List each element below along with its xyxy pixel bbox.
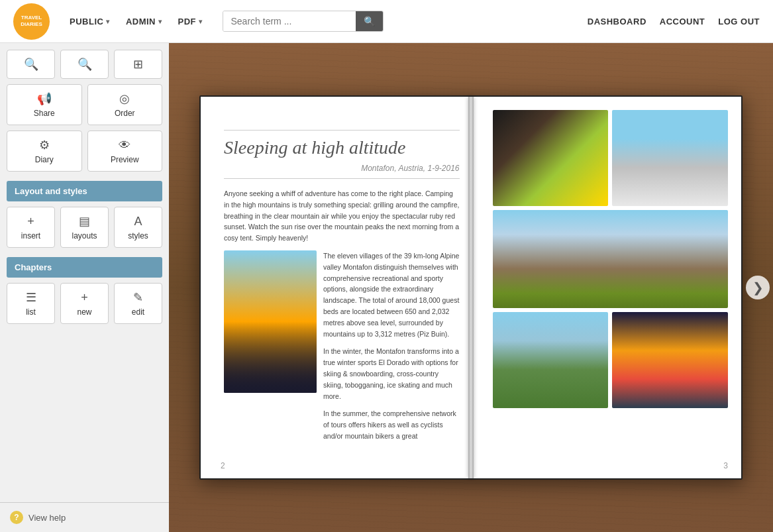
dusk-image [612, 312, 728, 408]
photo-cell-mountain-group [493, 210, 729, 308]
list-button[interactable]: ☰ list [7, 283, 55, 324]
new-icon: + [81, 291, 88, 305]
preview-icon: 👁 [119, 138, 130, 152]
page-right: 3 [476, 97, 742, 478]
diary-button[interactable]: ⚙ Diary [7, 131, 82, 172]
chapters-tools-row: ☰ list + new ✎ edit [7, 283, 162, 324]
mountain-group-image [493, 210, 729, 308]
layout-styles-section: Layout and styles [7, 181, 162, 201]
insert-button[interactable]: + insert [7, 207, 55, 248]
styles-button[interactable]: A styles [114, 207, 162, 248]
nav-right: DASHBOARD ACCOUNT LOG OUT [588, 17, 760, 27]
zoom-controls-row: 🔍 🔍 ⊞ [7, 50, 162, 79]
next-page-button[interactable]: ❯ [746, 276, 770, 299]
sidebar: 🔍 🔍 ⊞ 📢 Share ◎ Order ⚙ Diary [0, 43, 169, 532]
nav-links: PUBLIC ▾ ADMIN ▾ PDF ▾ [63, 13, 209, 30]
valley-tent-image [493, 312, 609, 408]
photo-row-top [493, 110, 729, 206]
help-icon: ? [10, 511, 23, 524]
search-button[interactable]: 🔍 [356, 11, 383, 31]
insert-icon: + [27, 215, 34, 229]
admin-dropdown-arrow: ▾ [158, 18, 162, 25]
page-image-left [224, 250, 317, 393]
edit-button[interactable]: ✎ edit [114, 283, 162, 324]
help-label: View help [28, 513, 66, 523]
page-left: Sleeping at high altitude Montafon, Aust… [201, 97, 476, 478]
zoom-in-button[interactable]: 🔍 [7, 50, 55, 79]
pdf-dropdown-arrow: ▾ [199, 18, 203, 25]
logo[interactable]: TRAVEL DIARIES [13, 3, 50, 40]
hiker-snow-image [612, 110, 728, 206]
silhouette-image [224, 250, 317, 393]
share-icon: 📢 [37, 91, 52, 106]
edit-icon: ✎ [133, 290, 143, 305]
logo-text: TRAVEL [21, 15, 42, 21]
grid-icon: ⊞ [133, 57, 143, 72]
search-icon: 🔍 [364, 16, 375, 27]
page-number-left: 2 [221, 461, 225, 470]
share-button[interactable]: 📢 Share [7, 84, 82, 125]
book-spine [468, 97, 474, 478]
paragraph-2: The eleven villages of the 39 km-long Al… [323, 250, 460, 339]
nav-logout[interactable]: LOG OUT [718, 17, 760, 27]
zoom-in-icon: 🔍 [24, 57, 38, 72]
page-number-right: 3 [723, 461, 728, 470]
photo-cell-hiker-snow [612, 110, 728, 206]
nav-account[interactable]: ACCOUNT [660, 17, 705, 27]
layouts-button[interactable]: ▤ layouts [60, 207, 109, 248]
photo-cell-dusk [612, 312, 728, 408]
chapters-section: Chapters [7, 257, 162, 278]
layout-tools-row: + insert ▤ layouts A styles [7, 207, 162, 248]
styles-icon: A [134, 215, 142, 229]
grid-view-button[interactable]: ⊞ [114, 50, 162, 79]
logo-subtext: DIARIES [21, 21, 42, 28]
new-chapter-button[interactable]: + new [60, 283, 109, 324]
top-navigation: TRAVEL DIARIES PUBLIC ▾ ADMIN ▾ PDF ▾ 🔍 … [0, 0, 773, 43]
content-area: Sleeping at high altitude Montafon, Aust… [169, 43, 773, 532]
preview-button[interactable]: 👁 Preview [87, 131, 163, 172]
book: Sleeping at high altitude Montafon, Aust… [199, 95, 743, 480]
search-input[interactable] [223, 11, 356, 31]
zoom-out-icon: 🔍 [77, 57, 92, 72]
layouts-icon: ▤ [79, 214, 90, 229]
photo-cell-tent-sunbeam [493, 110, 609, 206]
diary-preview-row: ⚙ Diary 👁 Preview [7, 131, 162, 172]
nav-pdf[interactable]: PDF ▾ [172, 13, 209, 30]
page-title: Sleeping at high altitude [224, 130, 460, 158]
page-subtitle: Montafon, Austria, 1-9-2016 [224, 164, 460, 179]
share-order-row: 📢 Share ◎ Order [7, 84, 162, 125]
search-container: 🔍 [223, 11, 384, 32]
content-split: The eleven villages of the 39 km-long Al… [224, 250, 460, 449]
order-button[interactable]: ◎ Order [87, 84, 163, 125]
public-dropdown-arrow: ▾ [106, 18, 110, 25]
order-icon: ◎ [119, 91, 130, 106]
photo-row-mid [493, 210, 729, 308]
main-layout: 🔍 🔍 ⊞ 📢 Share ◎ Order ⚙ Diary [0, 43, 773, 532]
nav-public[interactable]: PUBLIC ▾ [63, 13, 117, 30]
photo-cell-valley-tent [493, 312, 609, 408]
paragraph-3: In the winter, the Montafon transforms i… [323, 346, 460, 401]
page-right-text: The eleven villages of the 39 km-long Al… [323, 250, 460, 449]
list-icon: ☰ [26, 290, 36, 305]
help-bar[interactable]: ? View help [0, 502, 169, 532]
paragraph-1: Anyone seeking a whiff of adventure has … [224, 188, 460, 244]
tent-sunbeam-image [493, 110, 609, 206]
photo-row-bot [493, 312, 729, 408]
diary-icon: ⚙ [39, 138, 50, 152]
nav-admin[interactable]: ADMIN ▾ [119, 13, 169, 30]
paragraph-4: In the summer, the comprehensive network… [323, 408, 460, 441]
nav-dashboard[interactable]: DASHBOARD [588, 17, 646, 27]
zoom-out-button[interactable]: 🔍 [60, 50, 109, 79]
